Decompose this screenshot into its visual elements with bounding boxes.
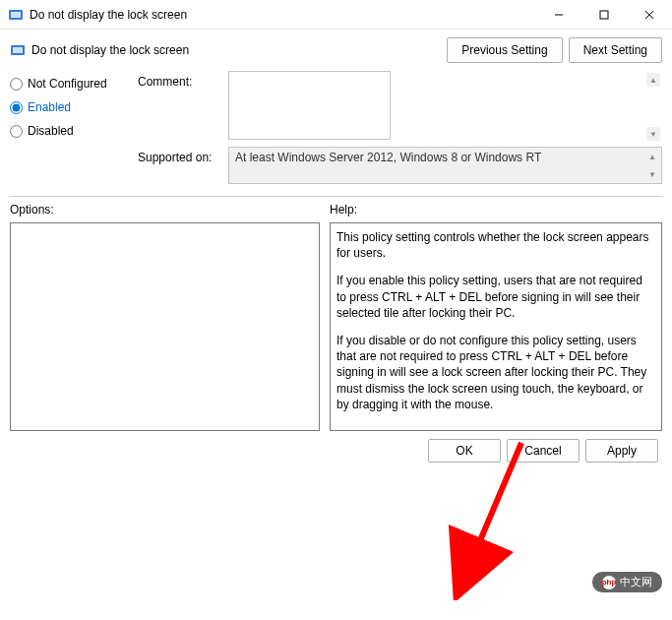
svg-rect-3 [600, 11, 608, 19]
scroll-down-icon[interactable]: ▼ [645, 167, 659, 181]
radio-disabled-label: Disabled [28, 124, 74, 138]
watermark-text: 中文网 [620, 575, 652, 589]
ok-button[interactable]: OK [428, 439, 501, 463]
minimize-button[interactable] [536, 0, 581, 29]
policy-icon [10, 42, 26, 58]
comment-textarea[interactable] [228, 71, 391, 140]
cancel-button[interactable]: Cancel [507, 439, 580, 463]
help-label: Help: [330, 203, 662, 217]
previous-setting-button[interactable]: Previous Setting [447, 37, 562, 63]
app-icon [8, 7, 24, 23]
supported-label: Supported on: [138, 147, 228, 184]
options-panel [10, 222, 320, 431]
apply-button[interactable]: Apply [585, 439, 658, 463]
help-paragraph: This policy setting controls whether the… [336, 229, 655, 261]
footer-buttons: OK Cancel Apply [10, 439, 662, 463]
svg-rect-7 [13, 47, 23, 53]
supported-on-value: At least Windows Server 2012, Windows 8 … [235, 151, 541, 164]
comment-label: Comment: [138, 71, 228, 143]
scroll-up-icon[interactable]: ▲ [645, 150, 659, 163]
help-paragraph: If you disable or do not configure this … [336, 333, 655, 412]
close-button[interactable] [627, 0, 672, 29]
radio-not-configured-label: Not Configured [28, 77, 107, 91]
radio-group: Not Configured Enabled Disabled [10, 71, 128, 188]
radio-disabled-input[interactable] [10, 125, 23, 138]
supported-on-box: At least Windows Server 2012, Windows 8 … [228, 147, 662, 184]
watermark: php 中文网 [592, 572, 662, 592]
svg-rect-1 [11, 12, 21, 18]
help-panel: This policy setting controls whether the… [330, 222, 662, 431]
radio-enabled[interactable]: Enabled [10, 100, 128, 114]
help-paragraph: If you enable this policy setting, users… [336, 273, 655, 321]
policy-header: Do not display the lock screen Previous … [10, 37, 662, 63]
scroll-down-icon[interactable]: ▼ [646, 127, 660, 141]
radio-disabled[interactable]: Disabled [10, 124, 128, 138]
radio-enabled-label: Enabled [28, 100, 71, 114]
radio-not-configured[interactable]: Not Configured [10, 77, 128, 91]
scroll-up-icon[interactable]: ▲ [646, 73, 660, 87]
radio-not-configured-input[interactable] [10, 78, 23, 91]
policy-title: Do not display the lock screen [31, 43, 189, 57]
divider [10, 196, 662, 197]
options-label: Options: [10, 203, 320, 217]
titlebar: Do not display the lock screen [0, 0, 672, 30]
maximize-button[interactable] [581, 0, 627, 29]
next-setting-button[interactable]: Next Setting [569, 37, 662, 63]
window-controls [536, 0, 672, 29]
window-title: Do not display the lock screen [30, 8, 536, 22]
radio-enabled-input[interactable] [10, 101, 23, 114]
watermark-logo-icon: php [602, 576, 616, 589]
